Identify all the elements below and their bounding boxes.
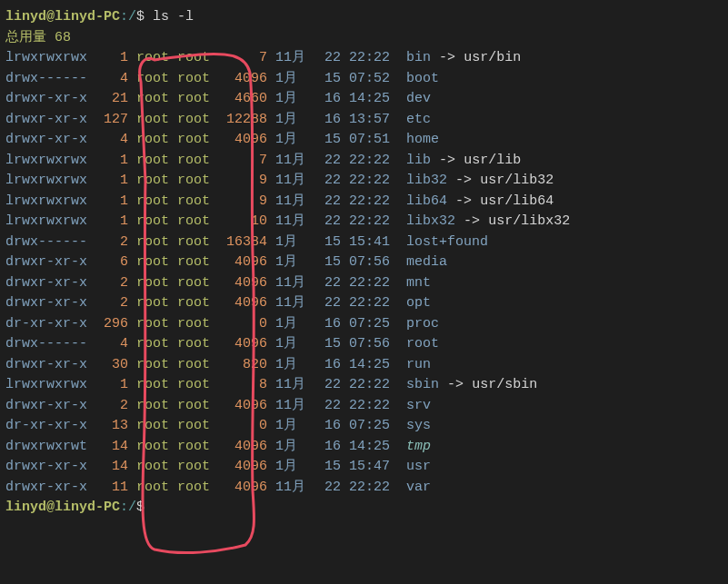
- links-col: 6: [95, 252, 128, 273]
- filename: media: [406, 254, 447, 270]
- perm-col: drwxr-xr-x: [5, 293, 87, 314]
- month-col: 1月: [275, 110, 316, 131]
- filename: mnt: [406, 275, 431, 291]
- time-col: 22:22: [349, 48, 398, 69]
- prompt-line-ready[interactable]: linyd@linyd-PC:/$: [5, 498, 723, 519]
- filename: home: [406, 132, 439, 147]
- prompt-dollar: $: [136, 9, 153, 25]
- month-col: 11月: [275, 48, 316, 69]
- owner-col: root: [136, 110, 177, 131]
- filename: lib32: [406, 173, 447, 188]
- time-col: 13:57: [349, 110, 398, 131]
- time-col: 07:56: [349, 252, 398, 273]
- month-col: 1月: [275, 334, 316, 355]
- time-col: 22:22: [349, 478, 398, 499]
- prompt-path: /: [128, 9, 136, 25]
- group-col: root: [177, 375, 218, 396]
- symlink-arrow: ->: [447, 193, 480, 209]
- total-label: 总用量 68: [5, 30, 71, 45]
- filename: lost+found: [406, 234, 488, 250]
- links-col: 1: [95, 375, 128, 396]
- prompt-colon: :: [120, 500, 128, 515]
- size-col: 16384: [218, 233, 267, 253]
- owner-col: root: [136, 478, 177, 499]
- listing-row: dr-xr-xr-x 296 rootroot0 1月16 07:25 proc: [5, 314, 723, 335]
- day-col: 22: [316, 151, 341, 172]
- links-col: 1: [95, 151, 128, 172]
- month-col: 1月: [275, 233, 316, 253]
- month-col: 1月: [275, 69, 316, 90]
- listing-row: drwx------ 4 rootroot4096 1月15 07:52 boo…: [5, 69, 723, 90]
- time-col: 14:25: [349, 437, 398, 458]
- group-col: root: [177, 192, 218, 213]
- perm-col: drwxr-xr-x: [5, 457, 87, 478]
- perm-col: lrwxrwxrwx: [5, 375, 87, 396]
- group-col: root: [177, 437, 218, 458]
- size-col: 9: [218, 192, 267, 213]
- listing-row: drwxr-xr-x 2 rootroot4096 11月22 22:22 sr…: [5, 396, 723, 417]
- day-col: 15: [316, 130, 341, 151]
- time-col: 14:25: [349, 89, 398, 110]
- group-col: root: [177, 396, 218, 417]
- links-col: 21: [95, 89, 128, 110]
- filename: usr: [406, 459, 431, 474]
- day-col: 15: [316, 457, 341, 478]
- month-col: 11月: [275, 151, 316, 172]
- links-col: 2: [95, 396, 128, 417]
- day-col: 22: [316, 48, 341, 69]
- day-col: 15: [316, 334, 341, 355]
- perm-col: dr-xr-xr-x: [5, 416, 87, 437]
- perm-col: drwxr-xr-x: [5, 478, 87, 499]
- listing-row: lrwxrwxrwx 1 rootroot8 11月22 22:22 sbin …: [5, 375, 723, 396]
- day-col: 22: [316, 478, 341, 499]
- group-col: root: [177, 355, 218, 376]
- group-col: root: [177, 252, 218, 273]
- time-col: 07:52: [349, 69, 398, 90]
- owner-col: root: [136, 233, 177, 253]
- owner-col: root: [136, 48, 177, 69]
- terminal-output[interactable]: linyd@linyd-PC:/$ ls -l总用量 68lrwxrwxrwx …: [5, 7, 723, 519]
- group-col: root: [177, 130, 218, 151]
- links-col: 14: [95, 437, 128, 458]
- day-col: 15: [316, 233, 341, 253]
- listing-row: drwxrwxrwt 14 rootroot4096 1月16 14:25 tm…: [5, 437, 723, 458]
- time-col: 22:22: [349, 171, 398, 192]
- symlink-target: usr/bin: [464, 50, 521, 65]
- size-col: 4096: [218, 396, 267, 417]
- group-col: root: [177, 110, 218, 131]
- time-col: 07:51: [349, 130, 398, 151]
- filename: proc: [406, 316, 439, 332]
- listing-row: drwxr-xr-x 30 rootroot820 1月16 14:25 run: [5, 355, 723, 376]
- perm-col: lrwxrwxrwx: [5, 212, 87, 233]
- time-col: 22:22: [349, 151, 398, 172]
- owner-col: root: [136, 151, 177, 172]
- prompt-user-host: linyd@linyd-PC: [5, 500, 120, 515]
- owner-col: root: [136, 252, 177, 273]
- perm-col: drwx------: [5, 233, 87, 253]
- perm-col: drwxr-xr-x: [5, 273, 87, 294]
- size-col: 4096: [218, 457, 267, 478]
- perm-col: drwxr-xr-x: [5, 110, 87, 131]
- time-col: 14:25: [349, 355, 398, 376]
- listing-row: lrwxrwxrwx 1 rootroot9 11月22 22:22 lib32…: [5, 171, 723, 192]
- size-col: 4096: [218, 478, 267, 499]
- group-col: root: [177, 69, 218, 90]
- perm-col: lrwxrwxrwx: [5, 151, 87, 172]
- group-col: root: [177, 478, 218, 499]
- time-col: 22:22: [349, 293, 398, 314]
- symlink-target: usr/lib64: [480, 193, 553, 209]
- owner-col: root: [136, 396, 177, 417]
- filename: bin: [406, 50, 431, 65]
- listing-row: drwxr-xr-x 127 rootroot12288 1月16 13:57 …: [5, 110, 723, 131]
- owner-col: root: [136, 437, 177, 458]
- day-col: 22: [316, 375, 341, 396]
- day-col: 22: [316, 212, 341, 233]
- day-col: 22: [316, 171, 341, 192]
- prompt-path: /: [128, 500, 136, 515]
- owner-col: root: [136, 334, 177, 355]
- owner-col: root: [136, 375, 177, 396]
- symlink-arrow: ->: [439, 377, 472, 392]
- size-col: 4096: [218, 293, 267, 314]
- owner-col: root: [136, 212, 177, 233]
- prompt-user-host: linyd@linyd-PC: [5, 9, 120, 25]
